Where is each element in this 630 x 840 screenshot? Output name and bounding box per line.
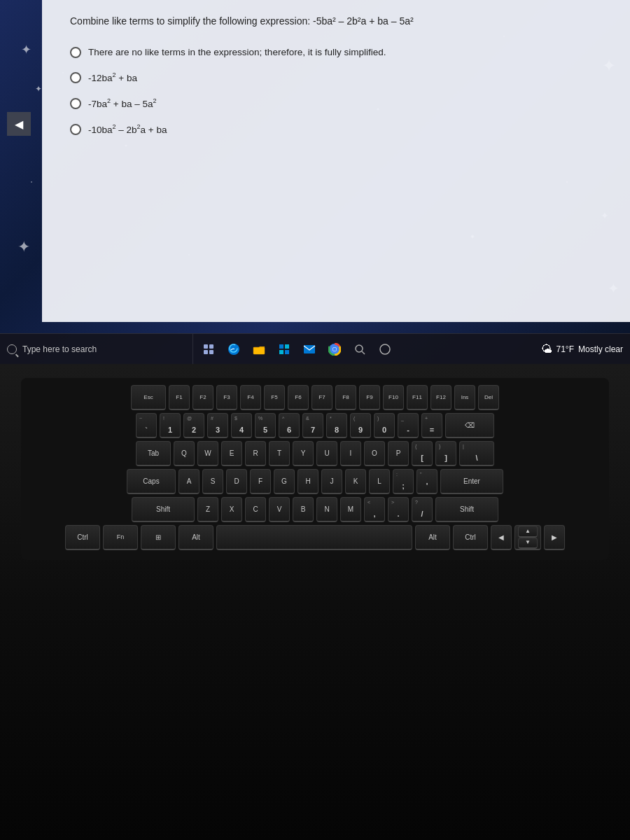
quiz-option-4[interactable]: -10ba2 – 2b2a + ba — [70, 122, 602, 137]
key-w[interactable]: W — [197, 441, 218, 466]
key-f3[interactable]: F3 — [216, 385, 237, 410]
key-enter[interactable]: Enter — [440, 469, 503, 494]
radio-option-4[interactable] — [70, 124, 81, 135]
key-equals[interactable]: += — [421, 413, 442, 438]
key-rctrl[interactable]: Ctrl — [453, 525, 488, 550]
key-p[interactable]: P — [388, 441, 409, 466]
key-1[interactable]: !1 — [160, 413, 181, 438]
key-fn[interactable]: Fn — [103, 525, 138, 550]
key-slash[interactable]: ?/ — [412, 497, 433, 522]
key-lalt[interactable]: Alt — [178, 525, 214, 550]
mail-button[interactable] — [298, 338, 321, 360]
quiz-option-3[interactable]: -7ba2 + ba – 5a2 — [70, 97, 602, 111]
key-f6[interactable]: F6 — [288, 385, 309, 410]
back-button[interactable]: ◀ — [7, 112, 31, 136]
key-h[interactable]: H — [298, 469, 318, 494]
key-f5[interactable]: F5 — [264, 385, 285, 410]
key-x[interactable]: X — [221, 497, 242, 522]
key-f4[interactable]: F4 — [240, 385, 261, 410]
key-right[interactable]: ▶ — [544, 525, 565, 550]
key-u[interactable]: U — [316, 441, 337, 466]
key-c[interactable]: C — [245, 497, 266, 522]
radio-option-1[interactable] — [70, 47, 81, 58]
key-y[interactable]: Y — [293, 441, 314, 466]
key-lctrl[interactable]: Ctrl — [65, 525, 100, 550]
key-e[interactable]: E — [221, 441, 242, 466]
edge-browser-button[interactable] — [223, 338, 245, 360]
key-i[interactable]: I — [340, 441, 361, 466]
search-button[interactable] — [349, 338, 371, 360]
key-left[interactable]: ◀ — [491, 525, 512, 550]
key-f11[interactable]: F11 — [407, 385, 428, 410]
key-f2[interactable]: F2 — [192, 385, 214, 410]
taskbar-icons — [193, 338, 400, 360]
key-space[interactable] — [216, 525, 412, 550]
radio-option-3[interactable] — [70, 98, 81, 109]
key-quote[interactable]: "' — [416, 469, 438, 494]
file-explorer-button[interactable] — [248, 338, 270, 360]
key-f8[interactable]: F8 — [335, 385, 356, 410]
key-m[interactable]: M — [340, 497, 361, 522]
key-9[interactable]: (9 — [350, 413, 371, 438]
key-backspace[interactable]: ⌫ — [445, 413, 494, 438]
key-minus[interactable]: _- — [398, 413, 419, 438]
search-bar[interactable]: Type here to search — [0, 334, 193, 364]
key-j[interactable]: J — [321, 469, 342, 494]
key-period[interactable]: >. — [388, 497, 409, 522]
key-lshift[interactable]: Shift — [132, 497, 195, 522]
key-r[interactable]: R — [245, 441, 266, 466]
key-2[interactable]: @2 — [183, 413, 204, 438]
key-3[interactable]: #3 — [207, 413, 228, 438]
back-arrow-icon: ◀ — [15, 118, 23, 131]
key-up[interactable]: ▲ — [518, 526, 538, 538]
key-7[interactable]: &7 — [302, 413, 323, 438]
key-caps[interactable]: Caps — [127, 469, 176, 494]
key-0[interactable]: )0 — [374, 413, 395, 438]
key-t[interactable]: T — [269, 441, 290, 466]
key-b[interactable]: B — [293, 497, 314, 522]
store-button[interactable] — [273, 338, 295, 360]
key-tab[interactable]: Tab — [136, 441, 171, 466]
key-q[interactable]: Q — [174, 441, 195, 466]
key-semicolon[interactable]: :; — [393, 469, 414, 494]
quiz-option-1[interactable]: There are no like terms in the expressio… — [70, 46, 602, 59]
key-g[interactable]: G — [274, 469, 295, 494]
key-backslash[interactable]: |\ — [459, 441, 494, 466]
key-k[interactable]: K — [345, 469, 366, 494]
radio-option-2[interactable] — [70, 72, 81, 83]
key-f7[interactable]: F7 — [312, 385, 332, 410]
key-o[interactable]: O — [364, 441, 385, 466]
key-6[interactable]: ^6 — [279, 413, 300, 438]
key-lwin[interactable]: ⊞ — [141, 525, 176, 550]
key-n[interactable]: N — [316, 497, 337, 522]
key-comma[interactable]: <, — [364, 497, 385, 522]
quiz-option-2[interactable]: -12ba2 + ba — [70, 71, 602, 85]
key-del[interactable]: Del — [478, 385, 499, 410]
key-down[interactable]: ▼ — [518, 538, 538, 550]
weather-widget[interactable]: 🌤 71°F Mostly clear — [541, 343, 624, 356]
key-rbracket[interactable]: }] — [435, 441, 456, 466]
key-backtick[interactable]: ~` — [136, 413, 157, 438]
key-v[interactable]: V — [269, 497, 290, 522]
key-f9[interactable]: F9 — [359, 385, 380, 410]
start-button-right[interactable] — [374, 338, 396, 360]
taskview-button[interactable] — [197, 338, 220, 360]
key-5[interactable]: %5 — [255, 413, 276, 438]
chrome-button[interactable] — [323, 338, 346, 360]
key-f10[interactable]: F10 — [383, 385, 404, 410]
key-z[interactable]: Z — [197, 497, 218, 522]
key-ins[interactable]: Ins — [454, 385, 475, 410]
key-f1[interactable]: F1 — [169, 385, 190, 410]
key-rshift[interactable]: Shift — [435, 497, 498, 522]
key-f[interactable]: F — [250, 469, 271, 494]
key-ralt[interactable]: Alt — [415, 525, 450, 550]
key-s[interactable]: S — [202, 469, 223, 494]
key-a[interactable]: A — [178, 469, 200, 494]
key-f12[interactable]: F12 — [430, 385, 451, 410]
key-8[interactable]: *8 — [326, 413, 347, 438]
key-l[interactable]: L — [369, 469, 390, 494]
key-esc[interactable]: Esc — [131, 385, 166, 410]
key-lbracket[interactable]: {[ — [412, 441, 433, 466]
key-d[interactable]: D — [226, 469, 247, 494]
key-4[interactable]: $4 — [231, 413, 252, 438]
